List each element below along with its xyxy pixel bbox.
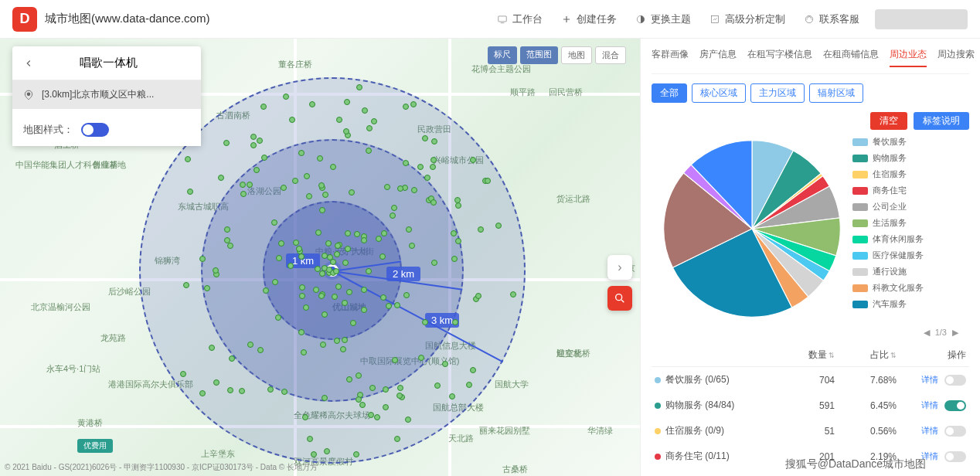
map-search-button[interactable] bbox=[607, 286, 632, 311]
legend-item-8[interactable]: 通行设施 bbox=[852, 266, 969, 277]
tab-1[interactable]: 房产信息 bbox=[699, 48, 737, 67]
data-point bbox=[250, 142, 257, 148]
expand-panel-button[interactable]: › bbox=[607, 255, 632, 280]
color-swatch bbox=[852, 268, 868, 276]
filter-2[interactable]: 主力区域 bbox=[750, 83, 805, 103]
data-point bbox=[422, 319, 428, 325]
data-point bbox=[288, 263, 294, 269]
data-point bbox=[298, 150, 305, 156]
filter-1[interactable]: 核心区域 bbox=[692, 83, 746, 103]
detail-link[interactable]: 详情 bbox=[921, 425, 938, 437]
search-icon bbox=[614, 292, 626, 304]
legend-item-1[interactable]: 购物服务 bbox=[852, 152, 969, 164]
data-point bbox=[330, 164, 336, 170]
theme-icon bbox=[635, 14, 646, 25]
data-point bbox=[325, 240, 332, 246]
row-bullet bbox=[655, 428, 661, 434]
data-point bbox=[257, 138, 263, 144]
filter-0[interactable]: 全部 bbox=[652, 83, 687, 103]
data-point bbox=[239, 388, 245, 394]
color-swatch bbox=[852, 138, 868, 146]
data-point bbox=[275, 314, 281, 321]
map-mode-3[interactable]: 混合 bbox=[595, 46, 626, 64]
table-row: 住宿服务 (0/9)510.56%详情 bbox=[652, 418, 969, 444]
pin-icon bbox=[23, 90, 34, 100]
row-toggle[interactable] bbox=[944, 426, 966, 437]
color-swatch bbox=[852, 155, 868, 162]
legend-item-7[interactable]: 医疗保健服务 bbox=[852, 250, 969, 261]
watermark: 搜狐号@DataDance城市地图 bbox=[785, 457, 926, 471]
tab-5[interactable]: 周边搜索 bbox=[937, 48, 975, 67]
pie-chart bbox=[659, 136, 845, 321]
nav-item-3[interactable]: 高级分析定制 bbox=[709, 12, 785, 26]
data-point bbox=[406, 226, 412, 233]
legend-item-0[interactable]: 餐饮服务 bbox=[852, 136, 969, 148]
nav-item-1[interactable]: 创建任务 bbox=[561, 12, 617, 26]
data-point bbox=[322, 395, 328, 401]
logo: D bbox=[12, 7, 37, 32]
pager-next[interactable]: ▶ bbox=[949, 328, 961, 337]
tab-0[interactable]: 客群画像 bbox=[652, 48, 689, 67]
data-point bbox=[422, 135, 428, 141]
right-panel: 客群画像房产信息在租写字楼信息在租商铺信息周边业态周边搜索 全部核心区域主力区域… bbox=[640, 39, 980, 476]
data-point bbox=[386, 303, 392, 309]
detail-link[interactable]: 详情 bbox=[921, 374, 938, 386]
data-point bbox=[361, 287, 367, 293]
map-mode-1[interactable]: 范围图 bbox=[520, 46, 558, 64]
chart-legend: 餐饮服务购物服务住宿服务商务住宅公司企业生活服务体育休闲服务医疗保健服务通行设施… bbox=[852, 136, 969, 321]
tab-3[interactable]: 在租商铺信息 bbox=[823, 48, 879, 67]
data-point bbox=[335, 284, 342, 290]
data-point bbox=[278, 240, 284, 246]
color-swatch bbox=[852, 284, 868, 292]
nav-item-0[interactable]: 工作台 bbox=[497, 12, 543, 26]
row-toggle[interactable] bbox=[944, 375, 966, 386]
search-title: 唱歌一体机 bbox=[42, 56, 190, 70]
tab-4[interactable]: 周边业态 bbox=[890, 48, 927, 67]
th-pct[interactable]: 占比⇅ bbox=[835, 348, 897, 362]
table-row: 餐饮服务 (0/65)7047.68%详情 bbox=[652, 367, 969, 393]
row-toggle[interactable] bbox=[944, 400, 966, 411]
legend-item-5[interactable]: 生活服务 bbox=[852, 217, 969, 229]
data-point bbox=[271, 219, 277, 226]
map[interactable]: 董各庄桥花博会主题公园古泗南桥顺平路回民营桥鲁疃桥东城古城职高洛湖公园货运北路北… bbox=[0, 39, 640, 476]
row-toggle[interactable] bbox=[944, 451, 966, 462]
detail-link[interactable]: 详情 bbox=[921, 400, 938, 411]
data-point bbox=[213, 267, 219, 274]
legend-item-3[interactable]: 商务住宅 bbox=[852, 185, 969, 196]
legend-item-4[interactable]: 公司企业 bbox=[852, 201, 969, 212]
legend-button[interactable]: 标签说明 bbox=[914, 112, 969, 130]
clear-button[interactable]: 清空 bbox=[870, 112, 907, 130]
style-label: 地图样式： bbox=[23, 123, 73, 137]
back-icon[interactable] bbox=[23, 58, 34, 69]
nav-item-4[interactable]: 联系客服 bbox=[804, 12, 859, 26]
tab-2[interactable]: 在租写字楼信息 bbox=[747, 48, 812, 67]
map-mode-2[interactable]: 地图 bbox=[561, 46, 592, 64]
svg-point-5 bbox=[616, 294, 622, 301]
legend-item-2[interactable]: 住宿服务 bbox=[852, 168, 969, 180]
search-result-item[interactable]: [3.0km]北京市顺义区中粮... bbox=[12, 80, 201, 109]
data-point bbox=[332, 294, 338, 300]
legend-item-6[interactable]: 体育休闲服务 bbox=[852, 233, 969, 245]
data-point bbox=[430, 157, 437, 163]
data-point bbox=[298, 253, 305, 260]
map-mode-0[interactable]: 标尺 bbox=[488, 46, 517, 64]
th-count[interactable]: 数量⇅ bbox=[781, 348, 835, 362]
table-row: 购物服务 (84/84)5916.45%详情 bbox=[652, 393, 969, 418]
data-point bbox=[353, 451, 359, 457]
color-swatch bbox=[852, 203, 868, 211]
filter-3[interactable]: 辐射区域 bbox=[809, 83, 863, 103]
pager-prev[interactable]: ◀ bbox=[920, 328, 933, 337]
data-point bbox=[336, 117, 342, 123]
data-point bbox=[403, 292, 410, 298]
support-icon bbox=[804, 14, 815, 25]
data-point bbox=[430, 164, 436, 170]
data-point bbox=[187, 189, 193, 195]
data-point bbox=[356, 396, 362, 403]
data-point bbox=[254, 167, 260, 173]
data-point bbox=[183, 282, 189, 288]
map-style-toggle[interactable] bbox=[81, 123, 109, 137]
legend-item-10[interactable]: 汽车服务 bbox=[852, 298, 969, 310]
legend-item-9[interactable]: 科教文化服务 bbox=[852, 282, 969, 294]
search-result-text: [3.0km]北京市顺义区中粮... bbox=[42, 88, 154, 101]
nav-item-2[interactable]: 更换主题 bbox=[635, 12, 691, 26]
